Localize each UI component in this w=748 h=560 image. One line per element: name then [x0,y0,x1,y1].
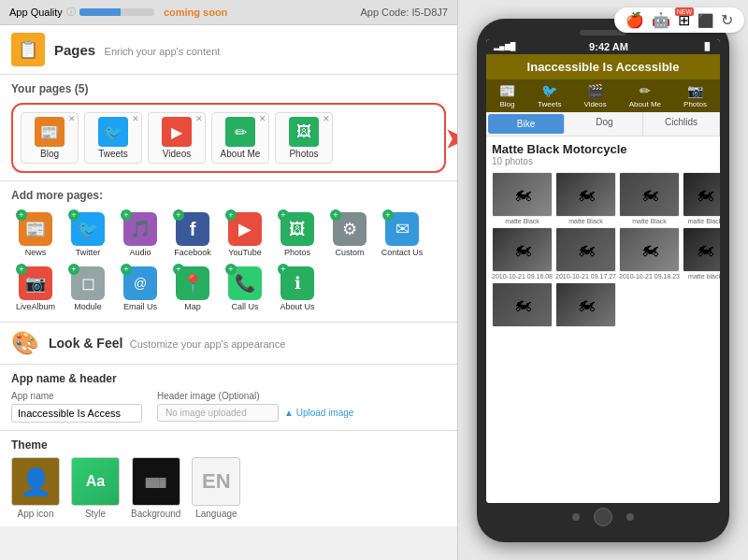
photo-item-10[interactable]: 🏍 [555,282,616,328]
add-item-call[interactable]: 📞 + Call Us [221,264,269,314]
app-name-input[interactable] [11,404,142,423]
add-item-module[interactable]: ◻ + Module [64,264,112,314]
close-icon[interactable]: ✕ [132,114,139,123]
nav-aboutme-label: About Me [629,100,661,108]
page-item-videos[interactable]: ✕ ▶ Videos [148,112,206,164]
page-item-blog[interactable]: ✕ 📰 Blog [21,112,79,164]
add-label-contact: Contact Us [381,248,424,257]
phone-nav: 📰 Blog 🐦 Tweets 🎬 Videos ✏ About Me 📷 [486,79,720,112]
photo-item-8[interactable]: 🏍 matte black [683,227,720,280]
close-icon[interactable]: ✕ [259,114,266,123]
album-title: Matte Black Motorcycle [492,142,714,156]
add-item-photos2[interactable]: 🖼 + Photos [273,209,322,260]
pages-section-icon: 📋 [11,33,45,66]
theme-section: Theme 👤 App icon Aa Style ▓▓▓ Background [0,431,457,526]
apple-icon[interactable]: 🍎 [626,11,644,29]
tab-cichlids[interactable]: Cichlids [643,112,720,136]
left-panel: App Quality ⓘ coming soon App Code: I5-D… [0,0,458,560]
app-icon-thumb: 👤 [11,457,60,506]
nav-blog-label: Blog [500,100,515,108]
add-item-youtube[interactable]: ▶ + YouTube [221,209,269,260]
phone-btn-back[interactable] [572,513,580,521]
photo-caption-4: matte Black [683,218,720,224]
header-image-label: Header image (Optional) [157,391,353,401]
page-item-tweets[interactable]: ✕ 🐦 Tweets [84,112,142,164]
photo-item-9[interactable]: 🏍 [492,282,553,328]
add-item-livealbum[interactable]: 📷 + LiveAlbum [11,264,60,314]
phone-nav-tweets[interactable]: 🐦 Tweets [538,83,561,108]
close-icon[interactable]: ✕ [68,114,76,123]
add-plus-icon: + [173,264,184,275]
phone-nav-blog[interactable]: 📰 Blog [499,83,515,108]
phone-app-header: Inaccessible Is Accessible [486,54,720,79]
tab-dog[interactable]: Dog [567,112,643,136]
blog-icon: 📰 [35,117,65,147]
phone-frame: ▂▄▆█ 9:42 AM ▐▌ Inaccessible Is Accessib… [477,19,729,542]
page-item-photos[interactable]: ✕ 🖼 Photos [275,112,333,164]
add-plus-icon: + [121,264,132,275]
add-item-news[interactable]: 📰 + News [11,209,60,260]
pages-section-info: Pages Enrich your app's content [54,42,220,58]
phone-btn-menu[interactable] [626,513,634,521]
add-plus-icon: + [68,209,79,221]
add-item-audio[interactable]: 🎵 + Audio [116,209,165,260]
add-plus-icon: + [330,209,341,221]
photo-item-5[interactable]: 🏍 2010-10-21 09.16.08 [492,227,553,280]
photo-item-3[interactable]: 🏍 matte Black [619,172,680,224]
upload-image-link[interactable]: ▲ Upload image [284,408,353,418]
photo-caption-7: 2010-10-21 09.18.23 [619,273,680,280]
tab-bike[interactable]: Bike [488,114,565,134]
app-name-label: App name [11,391,142,401]
your-pages-section: Your pages (5) ✕ 📰 Blog ✕ 🐦 Tweets ✕ ▶ V… [0,75,457,181]
theme-item-background[interactable]: ▓▓▓ Background [131,457,180,519]
add-item-map[interactable]: 📍 + Map [168,264,217,314]
add-item-contact[interactable]: ✉ + Contact Us [378,209,426,260]
phone-nav-photos[interactable]: 📷 Photos [683,83,707,108]
theme-label-language: Language [195,509,237,519]
theme-row: 👤 App icon Aa Style ▓▓▓ Background EN [11,457,446,519]
theme-label-appicon: App icon [18,509,54,519]
add-pages-section: Add more pages: 📰 + News 🐦 + Twitter 🎵 [0,181,457,323]
photo-item-6[interactable]: 🏍 2010-10-21 09.17.27 [555,227,616,280]
theme-item-appicon[interactable]: 👤 App icon [11,457,60,519]
phone-btn-home[interactable] [594,508,612,526]
photo-item-1[interactable]: 🏍 matte Black [492,172,553,224]
phone-nav-videos[interactable]: 🎬 Videos [583,83,606,108]
android-icon[interactable]: 🤖 [652,11,670,29]
blackberry-icon[interactable]: ⬛ [698,13,713,28]
add-item-facebook[interactable]: f + Facebook [168,209,217,260]
app-code: App Code: I5-D8J7 [360,7,448,18]
nav-tweets-label: Tweets [538,100,561,108]
photo-item-4[interactable]: 🏍 matte Black [683,172,720,224]
add-item-custom[interactable]: ⚙ + Custom [325,209,374,260]
quality-section: App Quality ⓘ [9,6,154,19]
page-label-tweets: Tweets [98,149,128,159]
theme-item-language[interactable]: EN Language [192,457,240,519]
pages-section-header: 📋 Pages Enrich your app's content [0,25,457,75]
close-icon[interactable]: ✕ [195,114,203,123]
page-item-aboutme[interactable]: ✕ ✏ About Me [211,112,269,164]
add-item-about[interactable]: ℹ + About Us [273,264,322,314]
phone-nav-aboutme[interactable]: ✏ About Me [629,83,661,108]
add-label-custom: Custom [335,248,364,257]
refresh-icon[interactable]: ↻ [721,11,733,29]
phone-battery: ▐▌ [702,42,712,50]
photo-item-2[interactable]: 🏍 matte Black [555,172,616,224]
add-item-twitter[interactable]: 🐦 + Twitter [64,209,112,260]
photo-item-7[interactable]: 🏍 2010-10-21 09.18.23 [619,227,680,280]
add-label-facebook: Facebook [174,248,211,257]
phone-content: Matte Black Motorcycle 10 photos 🏍 matte… [486,136,720,503]
photos-icon: 🖼 [289,117,319,147]
phone-bottom [486,503,720,531]
arrow-right-icon: ➤ [445,122,458,153]
phone-status-bar: ▂▄▆█ 9:42 AM ▐▌ [486,39,720,54]
phone-time: 9:42 AM [589,41,628,52]
add-label-twitter: Twitter [76,248,101,257]
pages-title: Pages [54,42,95,58]
close-icon[interactable]: ✕ [323,114,330,123]
background-preview: ▓▓▓ [146,477,166,487]
theme-item-style[interactable]: Aa Style [71,457,120,519]
add-item-email[interactable]: @ + Email Us [116,264,165,314]
pages-subtitle: Enrich your app's content [105,46,221,57]
photo-caption-5: 2010-10-21 09.16.08 [492,273,553,280]
